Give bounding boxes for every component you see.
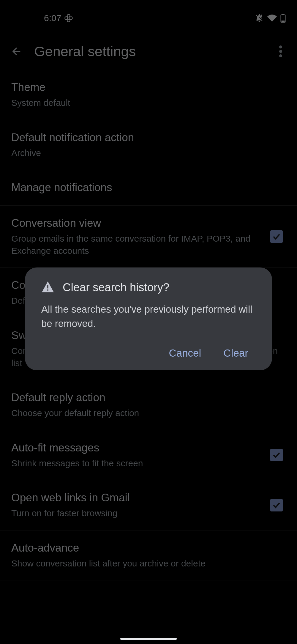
dialog-actions: Cancel Clear — [41, 347, 256, 359]
svg-rect-6 — [47, 285, 48, 289]
dialog-body: All the searches you've previously perfo… — [41, 302, 256, 331]
home-indicator[interactable] — [120, 638, 177, 640]
clear-search-history-dialog: Clear search history? All the searches y… — [25, 267, 272, 370]
dialog-title: Clear search history? — [63, 281, 169, 294]
clear-button[interactable]: Clear — [223, 347, 248, 359]
dialog-header: Clear search history? — [41, 281, 256, 294]
cancel-button[interactable]: Cancel — [169, 347, 201, 359]
warning-icon — [41, 281, 54, 294]
svg-rect-7 — [47, 289, 48, 291]
